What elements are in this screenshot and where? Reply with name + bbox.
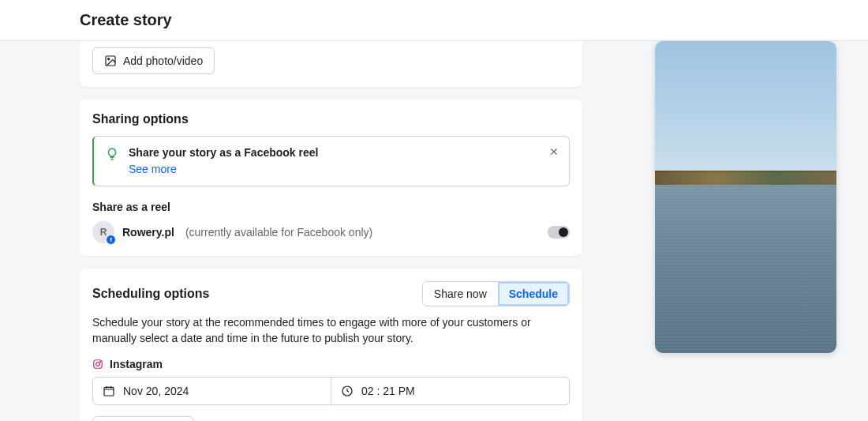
share-as-reel-heading: Share as a reel xyxy=(92,201,570,213)
scheduling-title: Scheduling options xyxy=(92,287,209,301)
time-input[interactable]: 02 : 21 PM xyxy=(331,377,570,405)
close-icon[interactable] xyxy=(548,146,559,160)
identity-note: (currently available for Facebook only) xyxy=(185,226,372,239)
story-preview: rowery.pll xyxy=(655,41,836,353)
reel-toggle[interactable] xyxy=(548,226,570,239)
svg-point-1 xyxy=(108,58,110,60)
add-photo-video-button[interactable]: Add photo/video xyxy=(92,47,215,74)
schedule-tab[interactable]: Schedule xyxy=(498,282,569,306)
identity-name: Rowery.pl xyxy=(122,226,174,239)
platform-label: Instagram xyxy=(110,358,163,370)
scheduling-description: Schedule your story at the recommended t… xyxy=(92,314,570,347)
avatar: R xyxy=(92,221,114,243)
scheduling-card: Scheduling options Share now Schedule Sc… xyxy=(80,269,582,421)
sharing-options-card: Sharing options Share your story as a Fa… xyxy=(80,100,582,256)
clock-icon xyxy=(341,385,354,397)
active-times-button[interactable]: Active times xyxy=(92,416,194,421)
instagram-icon xyxy=(92,359,103,370)
date-value: Nov 20, 2024 xyxy=(123,385,189,397)
callout-title: Share your story as a Facebook reel xyxy=(129,146,558,159)
facebook-badge-icon xyxy=(106,235,116,245)
calendar-icon xyxy=(103,385,115,397)
scheduling-segment: Share now Schedule xyxy=(422,281,570,306)
share-now-tab[interactable]: Share now xyxy=(423,282,498,306)
image-icon xyxy=(104,55,117,67)
media-card: Add photo/video xyxy=(80,41,582,87)
add-photo-video-label: Add photo/video xyxy=(123,55,203,67)
sharing-options-title: Sharing options xyxy=(92,112,570,126)
svg-rect-5 xyxy=(104,387,114,396)
lightbulb-icon xyxy=(105,147,119,161)
see-more-link[interactable]: See more xyxy=(129,163,177,175)
page-title: Create story xyxy=(80,11,868,29)
date-input[interactable]: Nov 20, 2024 xyxy=(92,377,331,405)
reel-callout: Share your story as a Facebook reel See … xyxy=(92,136,570,186)
svg-point-3 xyxy=(96,362,100,366)
identity-row: R Rowery.pl (currently available for Fac… xyxy=(92,221,570,243)
svg-point-4 xyxy=(100,361,101,362)
